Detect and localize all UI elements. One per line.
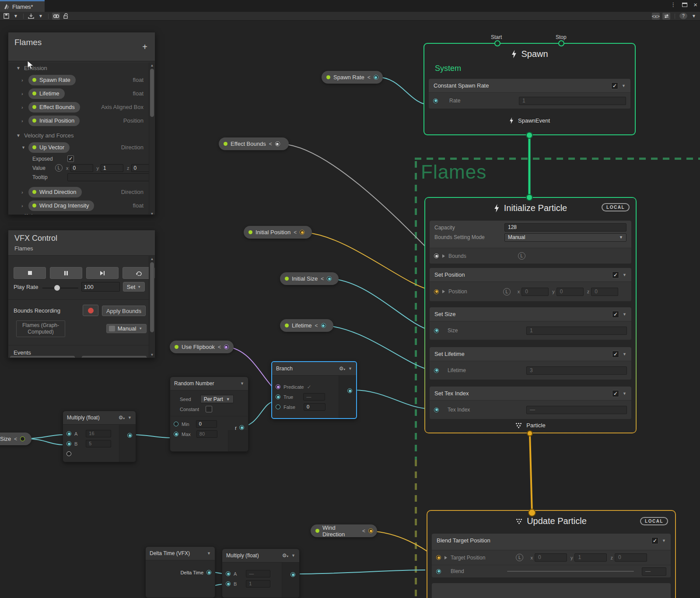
input-port-a[interactable] xyxy=(226,571,231,576)
link-icon[interactable] xyxy=(52,13,60,20)
pause-button[interactable] xyxy=(50,267,82,279)
value-true[interactable]: — xyxy=(303,393,325,401)
gear-icon[interactable]: ⚙▾ xyxy=(119,415,125,421)
rate-input-port[interactable] xyxy=(433,98,438,103)
collapse-icon[interactable]: < xyxy=(294,229,297,236)
input-port-false[interactable] xyxy=(276,405,280,409)
value-max[interactable]: 80 xyxy=(196,430,217,438)
pill-effect-bounds[interactable]: Effect Bounds < xyxy=(219,137,289,150)
collapse-icon[interactable]: < xyxy=(362,528,365,534)
output-port[interactable] xyxy=(206,570,211,575)
help-icon[interactable]: ? xyxy=(679,13,687,19)
texindex-input-port[interactable] xyxy=(434,408,439,412)
lifetime-input-port[interactable] xyxy=(434,368,439,373)
output-port[interactable] xyxy=(127,433,132,438)
save-icon[interactable] xyxy=(2,13,10,20)
spawn-stop-port[interactable] xyxy=(558,40,564,46)
pill-output-port[interactable] xyxy=(374,75,378,80)
expander-icon[interactable]: › xyxy=(21,203,28,208)
input-port-b[interactable] xyxy=(66,441,71,446)
section-velocity[interactable]: Velocity and Forces xyxy=(24,132,74,139)
chevron-down-icon[interactable]: ▼ xyxy=(623,352,626,356)
value-min[interactable]: 0 xyxy=(196,420,217,428)
kebab-menu-icon[interactable]: ⋮ xyxy=(670,1,676,8)
collapse-icon[interactable]: < xyxy=(218,344,221,350)
chevron-down-icon[interactable]: ▼ xyxy=(662,538,666,543)
chevron-down-icon[interactable]: ▼ xyxy=(348,366,352,371)
collapse-icon[interactable]: < xyxy=(269,141,272,147)
size-value[interactable]: 1 xyxy=(526,327,627,335)
add-property-button[interactable]: + xyxy=(140,42,150,52)
pill-wind-direction[interactable]: Wind Direction < xyxy=(311,524,377,537)
block-enabled-checkbox[interactable]: ✓ xyxy=(612,390,619,397)
chevron-down-icon[interactable]: ▼ xyxy=(207,551,211,556)
step-button[interactable] xyxy=(86,267,119,279)
pill-output-port[interactable] xyxy=(321,323,326,328)
expander-icon[interactable]: › xyxy=(21,118,28,123)
input-port-b[interactable] xyxy=(226,581,231,586)
output-port[interactable] xyxy=(239,425,244,430)
property-row[interactable]: ›Wind Drag Intensityfloat xyxy=(8,199,155,212)
set-button[interactable]: Set▼ xyxy=(123,282,145,292)
property-row[interactable]: ›Initial PositionPosition xyxy=(8,114,155,127)
constant-checkbox[interactable] xyxy=(206,406,212,412)
local-space-icon[interactable]: L xyxy=(518,252,525,260)
pill-lifetime[interactable]: Lifetime < xyxy=(280,319,333,332)
chevron-down-icon[interactable]: ▼ xyxy=(16,66,21,70)
pill-initial-position[interactable]: Initial Position < xyxy=(244,226,312,239)
chevron-down-icon[interactable]: ▼ xyxy=(623,273,626,277)
block-enabled-checkbox[interactable]: ✓ xyxy=(612,271,619,278)
size-input-port[interactable] xyxy=(434,328,439,333)
block-enabled-checkbox[interactable]: ✓ xyxy=(612,351,619,358)
pill-output-port[interactable] xyxy=(275,141,280,146)
exposed-checkbox[interactable]: ✓ xyxy=(67,155,74,162)
local-space-icon[interactable]: L xyxy=(516,554,523,561)
value-x[interactable]: 0 xyxy=(535,553,567,562)
initialize-output-port[interactable] xyxy=(527,430,533,436)
spawn-start-port[interactable] xyxy=(494,40,500,46)
play-rate-slider[interactable] xyxy=(42,288,78,288)
value-z[interactable]: 0 xyxy=(591,288,618,296)
block-enabled-checkbox[interactable]: ✓ xyxy=(611,82,618,89)
property-row[interactable]: ▼Up VectorDirection xyxy=(8,141,155,154)
save-as-dropdown-icon[interactable]: ▼ xyxy=(37,13,45,20)
input-port-max[interactable] xyxy=(174,432,178,436)
expander-icon[interactable]: › xyxy=(21,105,28,110)
play-rate-knob[interactable] xyxy=(54,285,60,291)
value-b[interactable]: 5 xyxy=(86,440,111,447)
collapse-icon[interactable]: < xyxy=(14,436,17,442)
local-space-icon[interactable]: L xyxy=(55,164,63,172)
property-row[interactable]: ›Spawn Ratefloat xyxy=(8,73,155,87)
save-dropdown-icon[interactable]: ▼ xyxy=(12,13,20,20)
property-row[interactable]: ›Lifetimefloat xyxy=(8,87,155,100)
node-multiply-2[interactable]: Multiply (float)⚙▾▼ A— B1 xyxy=(222,549,300,598)
chevron-down-icon[interactable]: ▼ xyxy=(623,312,626,317)
collapse-icon[interactable]: < xyxy=(315,323,318,329)
pill-spawn-rate[interactable]: Spawn Rate < xyxy=(322,71,383,84)
input-port-a[interactable] xyxy=(66,431,71,436)
chevron-down-icon[interactable]: ▼ xyxy=(240,381,244,386)
value-b[interactable]: 1 xyxy=(246,580,270,587)
pill-initial-size[interactable]: Initial Size < xyxy=(280,272,339,285)
context-initialize-particle[interactable]: Initialize Particle LOCAL Capacity128 Bo… xyxy=(424,197,637,433)
expander-icon[interactable]: › xyxy=(21,77,28,83)
gear-icon[interactable]: ⚙▾ xyxy=(339,366,345,372)
context-update-particle[interactable]: Update Particle LOCAL Blend Target Posit… xyxy=(427,510,676,598)
collapse-icon[interactable]: < xyxy=(368,74,371,81)
save-as-icon[interactable] xyxy=(27,13,35,20)
pill-size[interactable]: Size < xyxy=(0,433,32,445)
target-position-input-port[interactable] xyxy=(436,555,441,560)
maximize-icon[interactable] xyxy=(682,3,687,7)
blend-value[interactable]: — xyxy=(642,567,666,576)
pill-output-port[interactable] xyxy=(327,276,332,281)
capacity-value[interactable]: 128 xyxy=(504,223,626,232)
expander-icon[interactable]: › xyxy=(21,91,28,96)
expander-triangle[interactable] xyxy=(442,254,445,258)
value-a[interactable]: 16 xyxy=(86,430,111,437)
property-row[interactable]: ›Effect BoundsAxis Aligned Box xyxy=(8,100,155,114)
stop-button[interactable] xyxy=(14,267,46,279)
context-spawn[interactable]: Spawn System Constant Spawn Rate✓▼ Rate1… xyxy=(424,43,636,135)
pill-use-flipbook[interactable]: Use Flipbook < xyxy=(170,341,234,353)
pill-output-port[interactable] xyxy=(20,436,25,441)
value-y[interactable]: 1 xyxy=(574,553,607,562)
